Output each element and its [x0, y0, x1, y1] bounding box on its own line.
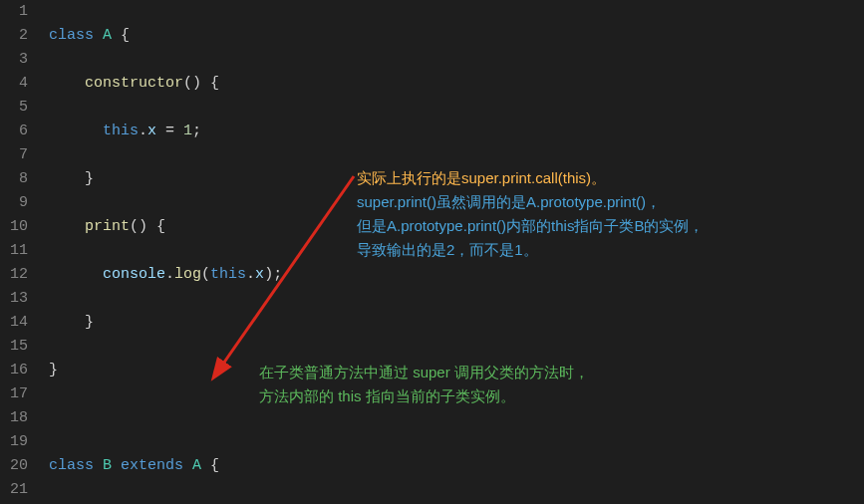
code-editor: 1 2 3 4 5 6 7 8 9 10 11 12 13 14 15 16 1… — [0, 0, 864, 504]
keyword-this: this — [103, 123, 139, 139]
line-number: 7 — [0, 143, 28, 167]
line-number: 9 — [0, 191, 28, 215]
line-number: 12 — [0, 263, 28, 287]
line-number: 8 — [0, 167, 28, 191]
code-line: } — [40, 311, 282, 335]
code-line: class B extends A { — [40, 454, 282, 478]
line-number: 18 — [0, 406, 28, 430]
code-line: console.log(this.x); — [40, 263, 282, 287]
code-line — [40, 406, 282, 430]
line-number: 14 — [0, 311, 28, 335]
line-number: 13 — [0, 287, 28, 311]
code-line: class A { — [40, 24, 282, 48]
line-number: 20 — [0, 454, 28, 478]
line-number: 11 — [0, 239, 28, 263]
line-number: 16 — [0, 359, 28, 382]
line-number: 6 — [0, 120, 28, 143]
line-number: 17 — [0, 382, 28, 406]
line-number: 10 — [0, 215, 28, 239]
line-number: 3 — [0, 48, 28, 72]
method-print: print — [85, 218, 130, 235]
keyword-class: class — [49, 27, 94, 44]
line-number: 5 — [0, 96, 28, 120]
class-name: A — [103, 27, 112, 44]
line-number: 15 — [0, 335, 28, 359]
code-line: } — [40, 167, 282, 191]
line-number: 21 — [0, 478, 28, 502]
line-number: 19 — [0, 430, 28, 454]
code-line: } — [40, 359, 282, 382]
line-number-gutter: 1 2 3 4 5 6 7 8 9 10 11 12 13 14 15 16 1… — [0, 0, 40, 504]
method-constructor: constructor — [85, 75, 183, 92]
line-number: 4 — [0, 72, 28, 96]
code-content: class A { constructor() { this.x = 1; } … — [40, 0, 282, 504]
line-number: 1 — [0, 0, 28, 24]
code-line: constructor() { — [40, 72, 282, 96]
line-number: 2 — [0, 24, 28, 48]
code-line: this.x = 1; — [40, 120, 282, 143]
code-line: print() { — [40, 215, 282, 239]
